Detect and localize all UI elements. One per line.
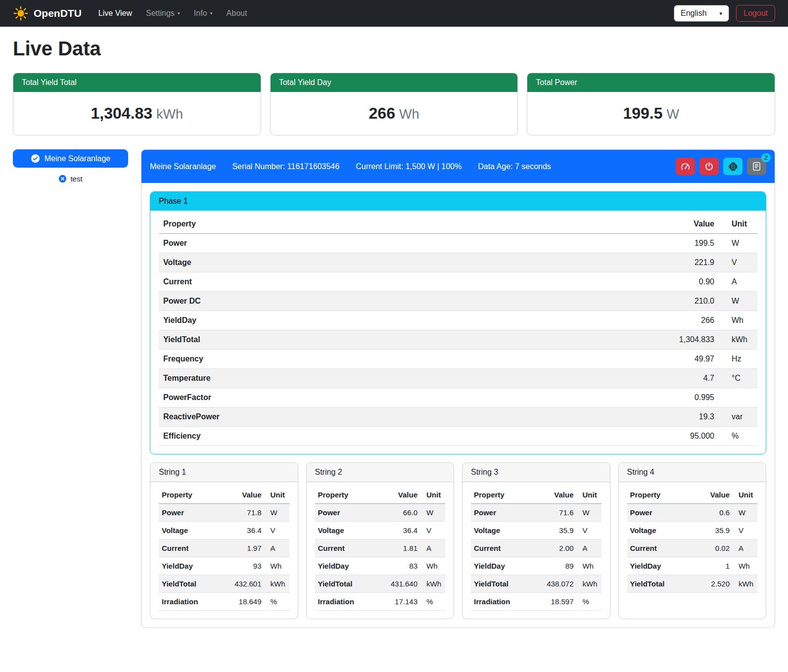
row-property: YieldTotal (627, 575, 692, 593)
nav-info-label: Info (194, 9, 207, 17)
table-row: Power 71.6 W (471, 504, 602, 522)
row-unit: A (265, 539, 289, 557)
event-log-button[interactable]: 2 (747, 158, 766, 175)
string-4-body: Property Value Unit Power (619, 482, 766, 619)
row-unit: var (719, 407, 757, 427)
col-value: Value (218, 486, 264, 504)
page-title: Live Data (13, 38, 775, 60)
nav-settings[interactable]: Settings▾ (139, 5, 187, 22)
summary-cards-row: Total Yield Total 1,304.83kWh Total Yiel… (13, 73, 775, 135)
sidebar-item-meine-solaranlage[interactable]: Meine Solaranlage (13, 149, 128, 168)
card-header: Total Power (527, 73, 775, 92)
navbar: OpenDTU Live View Settings▾ Info▾ About … (0, 0, 788, 27)
string-2-card: String 2 Property Value Unit (306, 462, 455, 619)
panel-actions: 2 (676, 158, 766, 175)
row-value: 432.601 (218, 575, 264, 593)
logout-button[interactable]: Logout (736, 5, 775, 22)
row-value: 95.000 (493, 427, 719, 446)
string-2-table: Property Value Unit Power (315, 486, 446, 611)
limit-settings-button[interactable] (676, 158, 695, 175)
row-property: Voltage (315, 522, 374, 539)
inverter-panel-body: Phase 1 Property Value Unit (141, 183, 775, 627)
row-unit: Wh (719, 311, 757, 330)
row-property: Current (159, 272, 493, 292)
row-value: 93 (218, 557, 264, 575)
row-unit: W (420, 504, 445, 522)
card-body: 266Wh (271, 92, 518, 135)
row-unit: V (733, 522, 757, 539)
row-property: Power (315, 504, 374, 522)
row-property: Irradiation (315, 593, 374, 611)
inverter-label: test (70, 175, 82, 183)
table-row: ReactivePower 19.3 var (159, 407, 757, 427)
nav-live-view[interactable]: Live View (92, 5, 139, 22)
row-unit: Wh (420, 557, 445, 575)
col-unit: Unit (420, 486, 445, 504)
table-header-row: Property Value Unit (627, 486, 758, 504)
table-row: Power 0.6 W (627, 504, 758, 522)
row-property: Power (627, 504, 692, 522)
table-row: YieldTotal 1,304.833 kWh (159, 330, 757, 350)
row-value: 266 (493, 311, 719, 330)
table-row: Irradiation 18.597 % (471, 593, 602, 611)
sun-logo-icon (13, 5, 29, 21)
row-value: 18.597 (530, 593, 576, 611)
table-row: Irradiation 18.649 % (159, 593, 289, 611)
row-unit: % (420, 593, 445, 611)
table-row: Voltage 36.4 V (315, 522, 446, 539)
x-circle-icon (58, 175, 67, 183)
nav-about[interactable]: About (220, 5, 254, 22)
row-unit: A (733, 539, 757, 557)
row-property: Irradiation (471, 593, 530, 611)
row-value: 66.0 (374, 504, 420, 522)
row-property: Power (471, 504, 530, 522)
table-row: YieldTotal 438.072 kWh (471, 575, 602, 593)
row-property: Frequency (159, 350, 493, 369)
row-value: 1.97 (218, 539, 264, 557)
row-unit (719, 388, 757, 407)
language-select[interactable]: English ▾ (674, 5, 729, 22)
row-value: 2.00 (530, 539, 576, 557)
row-value: 1 (692, 557, 733, 575)
row-value: 4.7 (493, 369, 719, 388)
card-body: 199.5W (527, 92, 775, 135)
table-row: Voltage 36.4 V (159, 522, 289, 539)
chevron-down-icon: ▾ (720, 10, 723, 17)
row-value: 36.4 (374, 522, 420, 539)
string-3-body: Property Value Unit Power (463, 482, 610, 619)
row-property: Power (159, 504, 218, 522)
string-3-title: String 3 (463, 463, 610, 482)
row-property: Current (159, 539, 218, 557)
table-row: Power 199.5 W (159, 234, 757, 253)
table-header-row: Property Value Unit (159, 215, 757, 234)
row-property: YieldDay (159, 311, 493, 330)
nav-info[interactable]: Info▾ (187, 5, 220, 22)
card-total-power: Total Power 199.5W (527, 73, 775, 135)
row-unit: V (719, 253, 757, 272)
col-unit: Unit (265, 486, 289, 504)
phase-1-title: Phase 1 (150, 192, 766, 211)
table-body: Power 199.5 W Voltage 221.9 V (159, 234, 757, 446)
row-property: YieldTotal (159, 330, 493, 350)
row-value: 438.072 (530, 575, 576, 593)
language-value: English (681, 9, 706, 18)
power-icon (704, 162, 714, 171)
inverter-panel-header: Meine Solaranlage Serial Number: 1161716… (141, 150, 775, 183)
row-property: Temperature (159, 369, 493, 388)
brand[interactable]: OpenDTU (13, 5, 82, 21)
power-button[interactable] (699, 158, 719, 175)
table-row: Current 1.97 A (159, 539, 289, 557)
table-row: YieldDay 89 Wh (471, 557, 602, 575)
row-property: Voltage (471, 522, 530, 539)
row-unit: % (719, 427, 757, 446)
string-1-body: Property Value Unit Power (150, 482, 298, 619)
device-info-button[interactable] (723, 158, 742, 175)
table-row: YieldTotal 432.601 kWh (159, 575, 289, 593)
sidebar-item-test[interactable]: test (13, 174, 128, 183)
row-unit: Hz (719, 350, 757, 369)
row-unit: W (719, 292, 757, 311)
row-value: 199.5 (493, 234, 719, 253)
table-row: Current 0.90 A (159, 272, 757, 292)
row-property: YieldDay (315, 557, 374, 575)
col-property: Property (471, 486, 530, 504)
